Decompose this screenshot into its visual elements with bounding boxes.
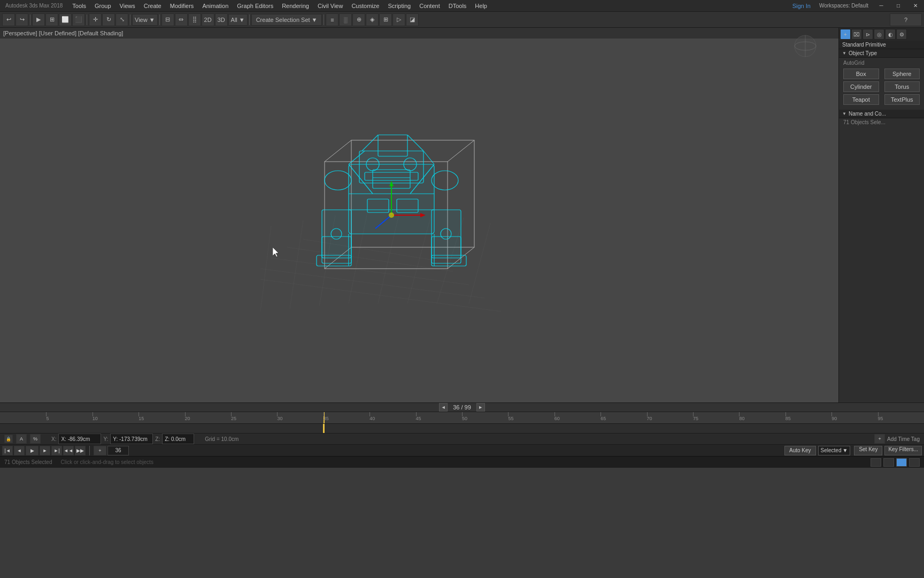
svg-point-35 [325, 171, 351, 190]
name-color-triangle: ▼ [842, 111, 846, 116]
display-panel-icon[interactable]: ◐ [885, 29, 896, 40]
menu-tools[interactable]: Tools [68, 0, 90, 11]
close-button[interactable]: ✕ [907, 0, 924, 12]
select-object-button[interactable]: ▶ [32, 13, 45, 26]
menu-civil-view[interactable]: Civil View [313, 0, 347, 11]
cylinder-button[interactable]: Cylinder [843, 81, 879, 92]
play-button[interactable]: ▶ [26, 446, 38, 455]
menu-create[interactable]: Create [140, 0, 166, 11]
align-button[interactable]: ⊟ [161, 13, 174, 26]
menu-graph-editors[interactable]: Graph Editors [233, 0, 278, 11]
x-coord-field[interactable] [58, 434, 101, 444]
menu-views[interactable]: Views [116, 0, 140, 11]
torus-button[interactable]: Torus [884, 81, 920, 92]
menu-dtools[interactable]: DTools [444, 0, 471, 11]
render-button[interactable]: ▷ [392, 13, 405, 26]
go-start-button[interactable]: |◄ [2, 446, 13, 455]
modify-panel-icon[interactable]: ⌧ [851, 29, 862, 40]
menu-content[interactable]: Content [415, 0, 444, 11]
mirror-button[interactable]: ⇔ [175, 13, 188, 26]
undo-button[interactable]: ↩ [2, 13, 15, 26]
snap-2d-button[interactable]: 2D [202, 13, 214, 26]
all-dropdown[interactable]: All ▼ [228, 14, 248, 26]
signin-button[interactable]: Sign In [788, 0, 815, 11]
activeShade-button[interactable]: ◪ [406, 13, 419, 26]
add-time-tag-button[interactable]: + [874, 434, 885, 444]
toolbar-separator-1 [30, 14, 30, 25]
select-region-button[interactable]: ⬜ [59, 13, 72, 26]
view-dropdown[interactable]: View ▼ [132, 14, 158, 26]
next-key-button[interactable]: ▶▶ [75, 446, 86, 455]
layers-button[interactable]: ≡ [326, 13, 338, 26]
scale-button[interactable]: ⤡ [116, 13, 128, 26]
schematic-button[interactable]: ⊕ [352, 13, 365, 26]
teapot-button[interactable]: Teapot [843, 94, 879, 105]
add-keys-button[interactable]: + [94, 446, 106, 455]
menu-animation[interactable]: Animation [198, 0, 233, 11]
object-type-label: Object Type [849, 50, 877, 56]
z-coord-field[interactable] [162, 434, 194, 444]
go-end-button[interactable]: ►| [51, 446, 62, 455]
menu-scripting[interactable]: Scripting [383, 0, 415, 11]
prev-frame-button[interactable]: ◄ [439, 403, 448, 412]
minimize-button[interactable]: ─ [873, 0, 890, 12]
menu-customize[interactable]: Customize [347, 0, 383, 11]
create-panel-icon[interactable]: + [840, 29, 851, 40]
percent-snap-button[interactable]: % [30, 434, 41, 444]
array-button[interactable]: ⣿ [188, 13, 201, 26]
move-button[interactable]: ✛ [89, 13, 102, 26]
ruler-tick-70: 70 [647, 416, 652, 421]
ruler-tick-80: 80 [739, 416, 744, 421]
absolute-mode-button[interactable]: A [16, 434, 27, 444]
timeline-tracks[interactable] [0, 424, 924, 433]
ruler-tick-50: 50 [462, 416, 467, 421]
ruler-tick-5: 5 [46, 416, 49, 421]
lock-selection-button[interactable]: 🔒 [4, 435, 13, 443]
select-by-name-button[interactable]: ⊞ [45, 13, 58, 26]
3d-scene[interactable] [0, 28, 838, 402]
taskbar-item-3[interactable] [896, 458, 907, 467]
hierarchy-panel-icon[interactable]: ⊳ [863, 29, 873, 40]
y-coord-field[interactable] [110, 434, 153, 444]
viewport[interactable]: [Perspective] [User Defined] [Default Sh… [0, 28, 838, 402]
taskbar-item-4[interactable] [909, 458, 920, 467]
textplus-button[interactable]: TextPlus [884, 94, 920, 105]
menu-group[interactable]: Group [90, 0, 116, 11]
menu-rendering[interactable]: Rendering [278, 0, 313, 11]
frame-input[interactable] [107, 446, 129, 455]
selected-dropdown[interactable]: Selected ▼ [818, 446, 851, 455]
help-button[interactable]: ? [890, 13, 922, 26]
ribbon-button[interactable]: ░ [339, 13, 352, 26]
set-key-button[interactable]: Set Key [854, 446, 882, 455]
maximize-button[interactable]: □ [890, 0, 907, 12]
svg-point-36 [432, 171, 458, 190]
create-selection-set-button[interactable]: Create Selection Set ▼ [251, 14, 322, 26]
menu-modifiers[interactable]: Modifiers [166, 0, 198, 11]
snap-3d-button[interactable]: 3D [215, 13, 228, 26]
ruler-tick-45: 45 [416, 416, 421, 421]
next-frame-button[interactable]: ► [476, 403, 485, 412]
sphere-button[interactable]: Sphere [884, 69, 920, 79]
box-button[interactable]: Box [843, 69, 879, 79]
material-editor-button[interactable]: ◈ [366, 13, 379, 26]
next-frame-btn[interactable]: ► [40, 446, 50, 455]
toolbar-separator-2 [87, 14, 87, 25]
hint-text: Click or click-and-drag to select object… [61, 459, 153, 465]
render-setup-button[interactable]: ⊞ [379, 13, 392, 26]
rotate-button[interactable]: ↻ [102, 13, 115, 26]
key-filters-button[interactable]: Key Filters... [884, 446, 922, 455]
autocreate-label: AutoGrid [839, 59, 924, 67]
utilities-panel-icon[interactable]: ⚙ [896, 29, 907, 40]
redo-button[interactable]: ↪ [16, 13, 28, 26]
autokey-button[interactable]: Auto Key [784, 446, 816, 455]
taskbar-item-2[interactable] [883, 458, 894, 467]
window-crossing-button[interactable]: ⬛ [72, 13, 85, 26]
name-color-label: Name and Co... [849, 111, 886, 117]
menu-help[interactable]: Help [471, 0, 491, 11]
timeline-ruler[interactable]: 5101520253035404550556065707580859095 [0, 412, 924, 424]
motion-panel-icon[interactable]: ◎ [874, 29, 884, 40]
prev-key-button[interactable]: ◄◄ [63, 446, 74, 455]
workspaces-dropdown[interactable]: Workspaces: Default [815, 0, 873, 11]
taskbar-item-1[interactable] [871, 458, 881, 467]
prev-frame-btn[interactable]: ◄ [14, 446, 25, 455]
